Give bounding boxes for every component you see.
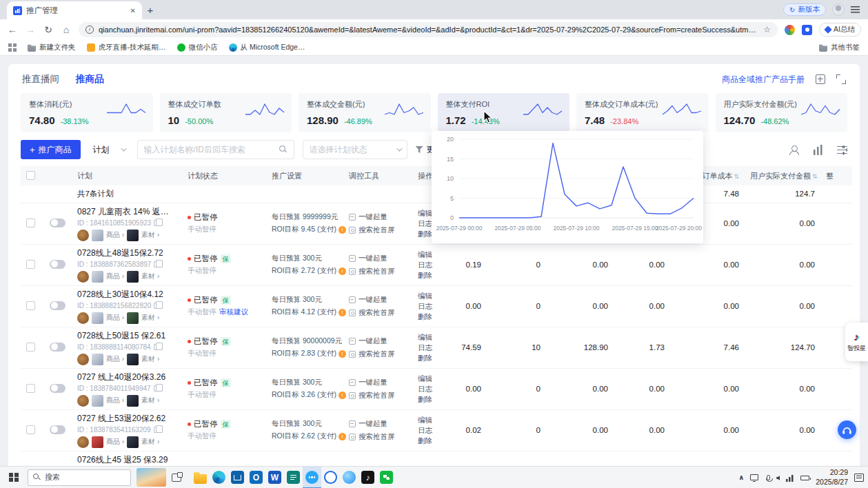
copy-icon[interactable] bbox=[154, 261, 159, 267]
taskbar-app-edge[interactable] bbox=[210, 467, 228, 488]
home-icon[interactable]: ⌂ bbox=[61, 24, 72, 35]
tool-label[interactable]: 一键起量 bbox=[359, 336, 387, 346]
action-link[interactable]: 删除 bbox=[418, 353, 445, 363]
product-link[interactable]: 商品 › bbox=[106, 313, 124, 323]
stat-card-4[interactable]: 整体支付ROI1.72-14.43% bbox=[438, 93, 570, 132]
bookmark-item[interactable]: 新建文件夹 bbox=[28, 43, 76, 52]
account-manage-icon[interactable] bbox=[789, 145, 799, 155]
site-info-icon[interactable]: i bbox=[85, 26, 94, 34]
bookmark-star-icon[interactable]: ☆ bbox=[763, 25, 771, 34]
action-link[interactable]: 编辑 bbox=[418, 374, 445, 384]
battery-icon[interactable] bbox=[800, 476, 809, 480]
tool-label[interactable]: 一键起量 bbox=[359, 254, 387, 263]
news-weather-widget[interactable] bbox=[137, 468, 166, 487]
material-link[interactable]: 素材 › bbox=[141, 354, 159, 364]
copy-icon[interactable] bbox=[154, 344, 159, 350]
material-link[interactable]: 素材 › bbox=[141, 272, 159, 281]
tray-expand-icon[interactable]: ∧ bbox=[738, 474, 744, 481]
action-link[interactable]: 删除 bbox=[418, 312, 445, 322]
search-icon[interactable] bbox=[279, 145, 287, 154]
row-enable-toggle[interactable] bbox=[50, 301, 65, 310]
task-view-button[interactable] bbox=[166, 467, 187, 488]
row-checkbox[interactable] bbox=[26, 384, 35, 393]
stat-card-6[interactable]: 用户实际支付金额(元)124.70-48.62% bbox=[716, 93, 848, 132]
taskbar-app-wechat[interactable] bbox=[377, 467, 396, 488]
tool-label[interactable]: 一键起量 bbox=[359, 378, 387, 387]
taskbar-app-quark[interactable] bbox=[321, 467, 340, 488]
promote-product-button[interactable]: + 推广商品 bbox=[21, 140, 81, 159]
plan-search-input[interactable] bbox=[144, 145, 275, 154]
new-version-badge[interactable]: ↻新版本 bbox=[783, 3, 826, 16]
extension-icon-1[interactable] bbox=[785, 25, 795, 35]
volume-icon[interactable] bbox=[776, 476, 780, 480]
plan-title[interactable]: 0728线上50退15 保2.61 bbox=[77, 330, 176, 342]
plan-title[interactable]: 0727 线上53退20保2.62 bbox=[77, 413, 176, 425]
plan-title[interactable]: 0727 线上40退20保3.26 bbox=[77, 372, 176, 383]
ai-summary-button[interactable]: AI总结 bbox=[819, 23, 861, 37]
plan-title[interactable]: 0728线上48退15保2.72 bbox=[77, 247, 176, 259]
row-enable-toggle[interactable] bbox=[50, 425, 65, 434]
product-link[interactable]: 商品 › bbox=[106, 396, 124, 405]
extension-icon-2[interactable] bbox=[802, 25, 812, 35]
row-enable-toggle[interactable] bbox=[50, 218, 65, 227]
copy-icon[interactable] bbox=[154, 220, 159, 226]
tool-label[interactable]: 一键起量 bbox=[359, 295, 387, 305]
back-icon[interactable]: ← bbox=[7, 24, 18, 35]
select-all-checkbox[interactable] bbox=[26, 171, 35, 180]
new-tab-button[interactable]: + bbox=[142, 1, 159, 18]
plan-status-select[interactable]: 请选择计划状态 bbox=[303, 140, 407, 159]
material-link[interactable]: 素材 › bbox=[141, 396, 159, 405]
row-checkbox[interactable] bbox=[26, 425, 35, 434]
material-link[interactable]: 素材 › bbox=[141, 230, 159, 240]
microphone-icon[interactable] bbox=[767, 475, 770, 480]
tool-label[interactable]: 搜索抢首屏 bbox=[359, 308, 395, 318]
action-link[interactable]: 编辑 bbox=[418, 415, 445, 425]
action-link[interactable]: 日志 bbox=[418, 260, 445, 270]
taskbar-search[interactable]: 搜索 bbox=[28, 469, 131, 486]
tab-close-icon[interactable]: ✕ bbox=[130, 7, 136, 14]
tool-label[interactable]: 一键起量 bbox=[359, 212, 387, 222]
row-enable-toggle[interactable] bbox=[50, 260, 65, 269]
plan-search-box[interactable] bbox=[137, 140, 294, 159]
tool-label[interactable]: 搜索抢首屏 bbox=[359, 391, 395, 400]
start-button[interactable] bbox=[0, 467, 28, 488]
action-link[interactable]: 日志 bbox=[418, 301, 445, 312]
tool-label[interactable]: 搜索抢首屏 bbox=[359, 267, 395, 276]
notification-center-icon[interactable] bbox=[854, 474, 864, 482]
bookmark-item[interactable]: 微信小店 bbox=[177, 43, 218, 52]
action-link[interactable]: 删除 bbox=[418, 270, 445, 281]
action-link[interactable]: 日志 bbox=[418, 425, 445, 436]
table-settings-icon[interactable] bbox=[837, 145, 847, 155]
tool-label[interactable]: 搜索抢首屏 bbox=[359, 225, 395, 235]
product-link[interactable]: 商品 › bbox=[106, 437, 124, 447]
row-enable-toggle[interactable] bbox=[50, 384, 65, 393]
tab-live-room[interactable]: 推直播间 bbox=[22, 73, 59, 85]
plan-type-select[interactable]: 计划 bbox=[89, 140, 129, 159]
product-link[interactable]: 商品 › bbox=[106, 230, 124, 240]
row-checkbox[interactable] bbox=[26, 301, 35, 310]
bookmark-item[interactable]: 虎牙直播-技术延期… bbox=[87, 43, 166, 52]
browser-menu-icon[interactable] bbox=[851, 6, 860, 13]
action-link[interactable]: 编辑 bbox=[418, 291, 445, 301]
tab-product[interactable]: 推商品 bbox=[76, 73, 104, 85]
display-icon[interactable] bbox=[750, 474, 758, 480]
plan-title[interactable]: 0827 儿童雨衣 14% 返：20% 保：9.92 bbox=[77, 206, 176, 218]
taskbar-app-outlook[interactable]: O bbox=[247, 467, 265, 488]
stat-card-1[interactable]: 整体消耗(元)74.80-38.13% bbox=[21, 93, 153, 132]
tool-label[interactable]: 一键起量 bbox=[359, 419, 387, 429]
material-link[interactable]: 素材 › bbox=[141, 313, 159, 323]
row-checkbox[interactable] bbox=[26, 218, 35, 227]
stat-card-2[interactable]: 整体成交订单数10-50.00% bbox=[160, 93, 292, 132]
material-link[interactable]: 素材 › bbox=[141, 437, 159, 447]
tool-label[interactable]: 搜索抢首屏 bbox=[359, 432, 395, 442]
taskbar-app-chat[interactable] bbox=[303, 467, 321, 488]
action-link[interactable]: 编辑 bbox=[418, 250, 445, 260]
network-icon[interactable] bbox=[786, 474, 794, 482]
product-link[interactable]: 商品 › bbox=[106, 272, 124, 281]
taskbar-app-file-explorer[interactable] bbox=[191, 467, 210, 488]
customer-service-button[interactable] bbox=[838, 420, 856, 439]
clock[interactable]: 20:29 2025/8/27 bbox=[816, 468, 848, 486]
layout-toggle-icon[interactable] bbox=[816, 74, 825, 84]
tool-label[interactable]: 搜索抢首屏 bbox=[359, 349, 395, 359]
address-bar[interactable]: i qianchuan.jinritemai.com/uni-prom?aavi… bbox=[79, 22, 778, 37]
